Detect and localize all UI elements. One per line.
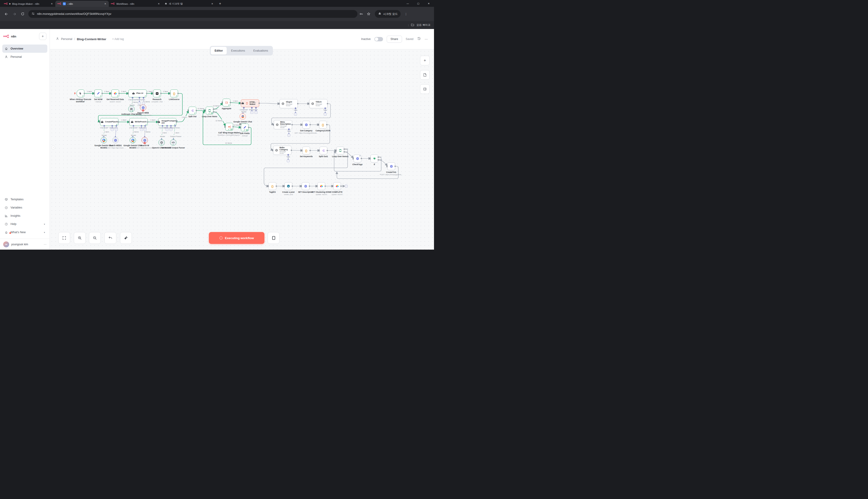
workflow-title[interactable]: Blog-Content-Writer <box>77 37 106 41</box>
history-icon[interactable] <box>417 37 421 41</box>
node-call-blog-image-maker[interactable]: ✓ 12Call 'Blog-Image-Maker'Workflow: z3x… <box>225 123 233 131</box>
node-slugai[interactable]: SlugAIMessage Model <box>280 99 298 108</box>
sidebar-item-variables[interactable]: Variables <box>2 204 47 212</box>
node-loop-over-items1[interactable]: doneloopLoop Over Items1 <box>336 147 344 154</box>
user-menu-icon[interactable]: ⋯ <box>44 243 46 246</box>
password-key-icon[interactable] <box>358 11 365 17</box>
tidy-up-button[interactable] <box>120 232 132 244</box>
node-get-category[interactable]: Get-CategoryGET: https://moneygoldmeda..… <box>302 121 310 129</box>
sidebar-item-templates[interactable]: Templates <box>2 195 47 204</box>
node-create-a-post[interactable]: WCreate a postcreate: post <box>285 182 292 190</box>
node-meta-description[interactable]: Meta- DescriptionMessage Model <box>274 120 292 129</box>
add-connection-button[interactable]: + <box>138 102 141 105</box>
node-set-clustering-done[interactable]: SET Clustering DONEupdate: record <box>318 182 325 190</box>
node-search-web1[interactable]: Search WEB1POST: https://api.mone... <box>112 137 119 143</box>
back-icon[interactable] <box>2 10 10 18</box>
url-bar[interactable]: n8n.moneygoldmedal.com/workflow/OQFSkM9N… <box>28 10 357 18</box>
node-loop-over-items[interactable]: ✓ 13doneloopLoop Over Items <box>206 107 213 114</box>
browser-tab-3[interactable]: Workflows - n8n✕ <box>109 1 162 7</box>
node-category2json[interactable]: {}Category2JSON <box>319 121 327 129</box>
sticky-note-button[interactable] <box>420 70 430 80</box>
browser-tab-4[interactable]: 새 시크릿 탭✕ <box>162 1 216 7</box>
add-connection-button[interactable]: + <box>294 113 297 115</box>
add-connection-button[interactable]: + <box>287 134 290 136</box>
zoom-to-fit-button[interactable] <box>58 232 70 244</box>
node-tagids[interactable]: {}TagIDS <box>269 182 276 190</box>
sidebar-item-overview[interactable]: Overview <box>2 45 47 53</box>
sidebar-item-insights[interactable]: Insights <box>2 212 47 220</box>
forward-icon[interactable] <box>11 10 18 18</box>
maximize-button[interactable]: ▢ <box>413 2 424 5</box>
node-google-gemini-chat-model3[interactable]: Google Gemini Chat Model3 <box>239 113 246 120</box>
sidebar-item-personal[interactable]: Personal <box>2 53 47 61</box>
node-make-category[interactable]: Make-CategoryMessage Model <box>273 146 292 155</box>
node-plan-ai[interactable]: Plan AI✓ <box>129 89 147 97</box>
add-connection-button[interactable]: + <box>115 128 118 131</box>
site-settings-icon[interactable] <box>31 12 35 16</box>
node-openai-chat-model1[interactable]: ✓OpenAI Chat Model1 <box>158 139 165 146</box>
workflow-menu-icon[interactable]: ⋯ <box>425 37 428 41</box>
workflow-canvas[interactable] <box>50 49 434 250</box>
add-connection-button[interactable]: + <box>169 128 172 131</box>
node-google-gemini-chat-model2[interactable]: ✓ 2Google Gemini Chat Model2 <box>130 137 136 143</box>
node-set-now[interactable]: ✓Set NOWmanual <box>94 89 102 97</box>
browser-tab-1[interactable]: ▶Blog-Image-Maker - n8n✕ <box>2 1 55 7</box>
node-research[interactable]: ✓Researchcomplete: chat <box>153 89 161 97</box>
tab-editor[interactable]: Editor <box>211 47 227 54</box>
add-connection-button[interactable]: + <box>166 128 168 131</box>
minimize-button[interactable]: — <box>403 2 413 5</box>
stop-execution-button[interactable] <box>267 232 280 244</box>
add-connection-button[interactable]: + <box>254 111 257 114</box>
new-tab-button[interactable]: + <box>217 1 223 7</box>
node-aggregate[interactable]: ✓Aggregate <box>223 99 230 107</box>
node-when-clicking-execute[interactable]: ✓When clicking 'Execute workflow' <box>76 89 84 97</box>
active-toggle[interactable] <box>374 37 383 41</box>
node-createtag[interactable]: CreateTAGPOST: https://moneygoldme... <box>388 162 395 170</box>
node-linksource[interactable]: {}✓LinkSource <box>170 89 178 97</box>
node-split-out1[interactable]: Split Out1 <box>320 147 327 154</box>
add-workflow-button[interactable]: + <box>39 33 46 40</box>
add-node-button[interactable]: + <box>420 56 430 65</box>
sidebar-item-help[interactable]: ?Help▾ <box>2 220 47 228</box>
all-bookmarks-label[interactable]: 모든 북마크 <box>416 23 430 27</box>
add-connection-button[interactable]: + <box>142 102 145 105</box>
node-createplanai[interactable]: CreatePlanAI✓ <box>100 118 118 126</box>
close-button[interactable]: ✕ <box>424 2 434 5</box>
executing-workflow-button[interactable]: Executing workflow <box>209 232 264 244</box>
share-button[interactable]: Share <box>387 36 402 43</box>
node-edit-fields[interactable]: ✓ 12Edit Fieldsmanual <box>241 124 249 131</box>
reload-icon[interactable] <box>19 10 26 18</box>
add-connection-button[interactable]: + <box>144 128 146 131</box>
close-tab-icon[interactable]: ✕ <box>50 2 53 5</box>
zoom-in-button[interactable] <box>74 232 86 244</box>
panel-layout-button[interactable] <box>420 84 430 94</box>
user-row[interactable]: YK youngouk kim ⋯ <box>0 239 50 247</box>
undo-button[interactable] <box>105 232 116 244</box>
node-search-web[interactable]: ✕Search WEBPOST: https://api.mone... <box>140 105 146 111</box>
node-titleai[interactable]: TitleAIMessage Model <box>309 99 328 108</box>
zoom-out-button[interactable] <box>89 232 101 244</box>
node-anthropic-chat-model[interactable]: A\✓ 3Anthropic Chat Model <box>128 106 135 112</box>
tab-evaluations[interactable]: Evaluations <box>249 47 272 54</box>
node-if[interactable]: truefalseIf <box>370 155 378 162</box>
node-structured-output-parser[interactable]: </>✓Structured Output Parser <box>170 139 176 146</box>
add-connection-button[interactable]: + <box>111 128 114 131</box>
node-google-gemini-chat-model1[interactable]: ✓Google Gemini Chat Model1 <box>100 137 107 143</box>
browser-tab-2[interactable]: ↻- n8n✕ <box>55 1 109 7</box>
bookmark-star-icon[interactable] <box>365 11 372 17</box>
add-connection-button[interactable]: + <box>287 159 289 162</box>
tab-executions[interactable]: Executions <box>227 47 249 54</box>
node-checktags[interactable]: ⟳CheckTags <box>354 155 361 162</box>
add-connection-button[interactable]: + <box>140 128 143 131</box>
node-search-w[interactable]: ✕Search WPOST: https://api.mone... <box>142 137 148 143</box>
node-html-maker[interactable]: HTML-Maker <box>241 99 259 107</box>
node-set-keywords[interactable]: {}Set Keywords <box>302 147 310 154</box>
node-set-description[interactable]: SET Description <box>302 182 309 190</box>
add-connection-button[interactable]: + <box>324 113 326 115</box>
close-tab-icon[interactable]: ✕ <box>104 2 107 5</box>
node-imagepromptagent[interactable]: ImagePromptAg ent✓ <box>158 118 176 126</box>
add-connection-button[interactable]: + <box>345 185 348 187</box>
add-connection-button[interactable]: + <box>250 111 253 114</box>
browser-menu-icon[interactable]: ⋮ <box>403 12 409 16</box>
close-tab-icon[interactable]: ✕ <box>211 2 214 5</box>
